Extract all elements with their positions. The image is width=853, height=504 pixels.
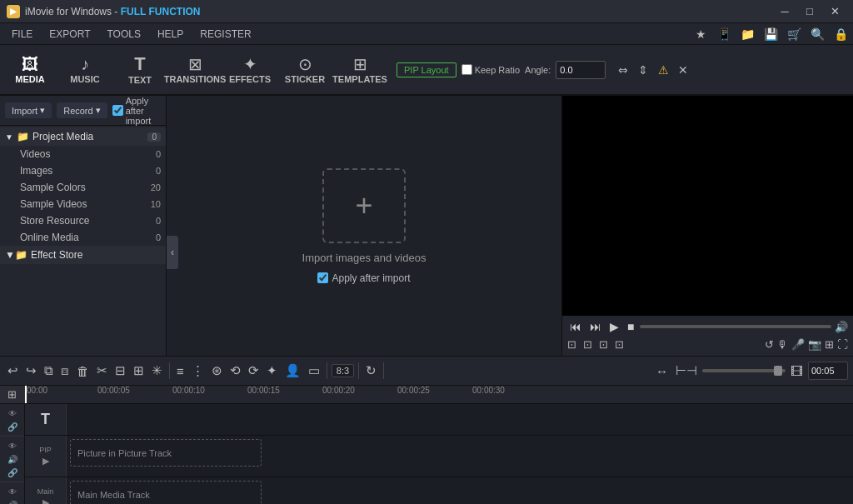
pip-play-button[interactable]: ▶ <box>42 456 49 467</box>
tool-effects[interactable]: ✦ EFFECTS <box>223 47 277 92</box>
split-button[interactable]: ⊟ <box>112 362 128 379</box>
film-icon[interactable]: 🎞 <box>788 363 806 379</box>
flip-v-icon[interactable]: ⇕ <box>634 61 652 79</box>
cut-button[interactable]: ✂ <box>94 362 110 379</box>
cycle-button[interactable]: ↻ <box>363 362 379 379</box>
tool-transitions[interactable]: ⊠ TRANSITIONS <box>168 47 222 92</box>
person-button[interactable]: 👤 <box>282 362 303 379</box>
tree-sample-videos[interactable]: Sample Videos 10 <box>0 196 166 212</box>
tree-effect-store[interactable]: ▼ 📁 Effect Store <box>0 246 166 264</box>
tree-project-media[interactable]: ▼ 📁 Project Media 0 <box>0 127 166 146</box>
microphone-button[interactable]: 🎙 <box>777 338 788 351</box>
fit-timeline-button[interactable]: ⊢⊣ <box>673 362 700 379</box>
paste-button[interactable]: ⧈ <box>58 362 72 379</box>
tool-music[interactable]: ♪ MUSIC <box>58 47 112 92</box>
audio2-icon[interactable]: 🔊 <box>5 499 20 504</box>
text-track-content[interactable] <box>67 404 853 435</box>
search-icon[interactable]: 🔍 <box>808 25 826 43</box>
rotate-left-button[interactable]: ↺ <box>765 338 774 351</box>
angle-input[interactable] <box>556 61 606 79</box>
main-play-button[interactable]: ▶ <box>42 497 49 504</box>
record-button[interactable]: Record ▾ <box>57 102 107 118</box>
tool-media[interactable]: 🖼 MEDIA <box>3 47 57 92</box>
merge-button[interactable]: ⊞ <box>131 362 147 379</box>
media-tree: ▼ 📁 Project Media 0 Videos 0 Images 0 Sa… <box>0 126 166 356</box>
eye2-icon[interactable]: 👁 <box>5 440 20 452</box>
effect-button[interactable]: ✦ <box>264 362 280 379</box>
prev-frame-button[interactable]: ⏭ <box>587 319 604 334</box>
camera-button[interactable]: 📷 <box>808 338 821 351</box>
chevron-down-icon: ▾ <box>40 105 45 116</box>
close-button[interactable]: ✕ <box>823 2 846 21</box>
tree-store-resource[interactable]: Store Resource 0 <box>0 212 166 229</box>
redo-button[interactable]: ↪ <box>23 362 39 379</box>
delete-button[interactable]: 🗑 <box>74 363 92 379</box>
out-point-button[interactable]: ⊡ <box>583 338 592 351</box>
warning-icon[interactable]: ⚠ <box>654 61 672 79</box>
freeze-button[interactable]: ✳ <box>149 362 165 379</box>
lock-icon[interactable]: 🔒 <box>831 25 850 43</box>
pip-layout-button[interactable]: PIP Layout <box>397 62 456 77</box>
skip-start-button[interactable]: ⏮ <box>567 319 584 334</box>
apply-after-import-checkbox[interactable] <box>317 272 328 283</box>
panel-collapse-button[interactable]: ‹ <box>167 236 178 269</box>
menu-register[interactable]: REGISTER <box>192 27 259 42</box>
copy-button[interactable]: ⧉ <box>42 362 56 379</box>
mark-button[interactable]: ⊡ <box>599 338 608 351</box>
fullscreen-button[interactable]: ⛶ <box>837 338 848 351</box>
cart-icon[interactable]: 🛒 <box>785 25 803 43</box>
menu-export[interactable]: EXPORT <box>41 27 98 42</box>
aspect-ratio-button[interactable]: ⊞ <box>825 338 834 351</box>
menu-help[interactable]: HELP <box>149 27 192 42</box>
folder-icon[interactable]: 📁 <box>738 25 756 43</box>
tool-sticker[interactable]: ⊙ STICKER <box>278 47 332 92</box>
mask-button[interactable]: ▭ <box>306 362 322 379</box>
loop-button[interactable]: ⟲ <box>227 362 243 379</box>
audio-icon[interactable]: 🔊 <box>5 453 20 465</box>
keep-ratio-check[interactable]: Keep Ratio <box>461 64 520 75</box>
seek-bar[interactable] <box>640 325 831 328</box>
phone-icon[interactable]: 📱 <box>715 25 733 43</box>
align-center-button[interactable]: ⋮ <box>189 362 207 379</box>
restore-button[interactable]: □ <box>798 2 821 21</box>
play-button[interactable]: ▶ <box>607 319 621 334</box>
eye3-icon[interactable]: 👁 <box>5 486 20 497</box>
in-point-button[interactable]: ⊡ <box>567 338 576 351</box>
tree-images[interactable]: Images 0 <box>0 162 166 179</box>
mic2-button[interactable]: 🎤 <box>791 338 805 351</box>
flip-h-icon[interactable]: ⇔ <box>614 61 632 79</box>
save-icon[interactable]: 💾 <box>761 25 780 43</box>
toolbar: 🖼 MEDIA ♪ MUSIC T TEXT ⊠ TRANSITIONS ✦ E… <box>0 45 390 95</box>
time-input[interactable] <box>808 362 848 380</box>
fit-width-button[interactable]: ↔ <box>653 363 671 379</box>
minimize-button[interactable]: ─ <box>773 2 796 21</box>
menu-file[interactable]: FILE <box>3 27 41 42</box>
keep-ratio-checkbox[interactable] <box>461 64 472 75</box>
pip-track-content[interactable]: Picture in Picture Track <box>67 436 853 477</box>
link2-icon[interactable]: 🔗 <box>5 467 20 478</box>
eye-icon[interactable]: 👁 <box>5 407 20 419</box>
clip-button[interactable]: ⊡ <box>615 338 624 351</box>
star-icon[interactable]: ★ <box>691 25 710 43</box>
tree-sample-colors[interactable]: Sample Colors 20 <box>0 179 166 196</box>
link-icon[interactable]: 🔗 <box>5 421 20 432</box>
main-track-content[interactable]: Main Media Track <box>67 477 853 504</box>
import-drop-zone[interactable]: + <box>322 168 406 243</box>
tree-online-media[interactable]: Online Media 0 <box>0 229 166 246</box>
tree-videos[interactable]: Videos 0 <box>0 146 166 162</box>
apply-after-checkbox[interactable] <box>112 105 123 116</box>
undo-button[interactable]: ↩ <box>5 362 21 379</box>
snap-button[interactable]: ⊛ <box>209 362 225 379</box>
apply-after-check[interactable]: Apply after import <box>112 96 161 126</box>
add-track-button[interactable]: ⊞ <box>0 386 25 404</box>
import-button[interactable]: Import ▾ <box>5 102 52 118</box>
tool-text[interactable]: T TEXT <box>113 47 167 92</box>
menu-tools[interactable]: TOOLS <box>98 27 148 42</box>
apply-after-import-check[interactable]: Apply after import <box>317 272 410 284</box>
tool-templates[interactable]: ⊞ TEMPLATES <box>333 47 387 92</box>
align-left-button[interactable]: ≡ <box>174 363 187 379</box>
close-sm-icon[interactable]: ✕ <box>674 61 692 79</box>
speed-track[interactable] <box>702 369 786 372</box>
play-edit-button[interactable]: ⟳ <box>246 362 262 379</box>
stop-button[interactable]: ■ <box>625 319 636 334</box>
